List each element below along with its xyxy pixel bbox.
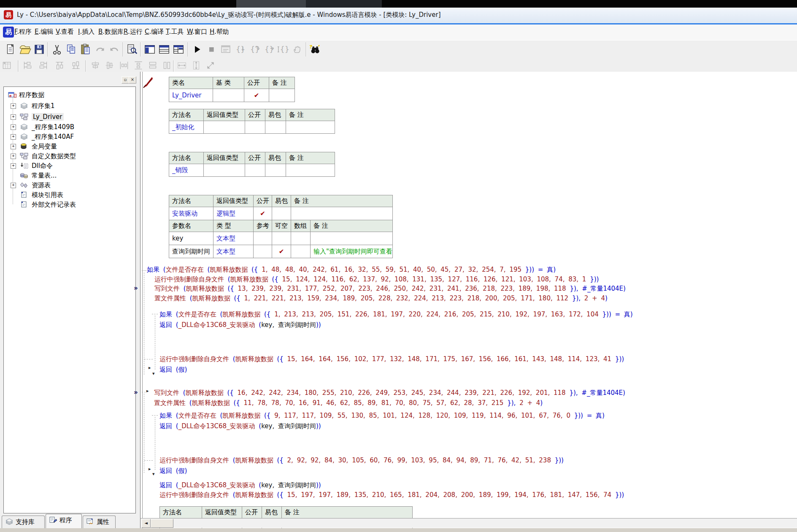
table-cell[interactable] bbox=[254, 232, 272, 245]
toolbar-button-open-file[interactable] bbox=[19, 43, 31, 56]
table-cell[interactable]: Ly_Driver bbox=[169, 89, 213, 102]
table-cell[interactable]: ✔ bbox=[272, 245, 291, 258]
tree-item-Ly_Driver[interactable]: +Ly_Driver bbox=[4, 113, 130, 121]
toolbar-button-layout-grid[interactable] bbox=[172, 43, 185, 56]
bookmark-icon[interactable]: » bbox=[134, 284, 138, 292]
table-cell[interactable] bbox=[291, 232, 311, 245]
table-cell[interactable]: 输入"查询到期时间即可查看 bbox=[311, 245, 393, 258]
toolbar-button-center-horizontal[interactable] bbox=[90, 60, 101, 71]
table-cell[interactable]: 查询到期时间 bbox=[169, 245, 213, 258]
code-line-6[interactable]: 返回 (_DLL命令13C68_安装驱动 (key, 查询到期时间)) bbox=[159, 321, 321, 329]
scrollbar-thumb[interactable] bbox=[151, 519, 173, 528]
toolbar-button-cut[interactable] bbox=[51, 43, 63, 56]
menu-item-C[interactable]: C.编译 bbox=[145, 28, 164, 36]
table-cell[interactable] bbox=[269, 89, 295, 102]
tree-expander-icon[interactable]: + bbox=[11, 154, 16, 159]
menu-item-B[interactable]: B.数据库 bbox=[98, 28, 124, 36]
code-line-14[interactable]: 返回 (假) bbox=[159, 467, 187, 475]
tree-item-Dll命令[interactable]: +Dll命令 bbox=[4, 162, 130, 170]
menu-item-E[interactable]: E.编辑 bbox=[35, 28, 53, 36]
table-cell[interactable]: key bbox=[169, 232, 213, 245]
table-cell[interactable] bbox=[286, 121, 335, 134]
float-panel-button[interactable]: ▫ bbox=[122, 76, 129, 84]
table-cell[interactable] bbox=[272, 207, 291, 220]
toolbar-button-size-width[interactable] bbox=[176, 60, 187, 71]
tree-item-模块引用表[interactable]: 模块引用表 bbox=[4, 191, 130, 199]
table-cell[interactable]: _初始化 bbox=[169, 121, 204, 134]
toolbar-button-pause[interactable] bbox=[291, 43, 304, 56]
table-cell[interactable] bbox=[291, 207, 393, 220]
toolbar-button-space-down[interactable] bbox=[133, 60, 144, 71]
toolbar-button-layout-split-horizontal[interactable] bbox=[158, 43, 170, 56]
tree-item-常量表[interactable]: 常量表... bbox=[4, 171, 130, 180]
toolbar-button-debug-window[interactable] bbox=[219, 43, 232, 56]
menu-item-R[interactable]: R.运行 bbox=[124, 28, 143, 36]
menu-item-W[interactable]: W.窗口 bbox=[187, 28, 207, 36]
toolbar-button-align-right[interactable] bbox=[38, 60, 49, 71]
table-cell[interactable]: ✔ bbox=[244, 89, 269, 102]
panel-tab-支持库[interactable]: 支持库 bbox=[2, 516, 45, 529]
table-cell[interactable] bbox=[291, 245, 311, 258]
code-line-10[interactable]: 置文件属性 (凯斯释放数据 ({ 11, 78, 78, 70, 16, 91,… bbox=[154, 400, 543, 407]
table-cell[interactable] bbox=[204, 164, 245, 177]
code-line-16[interactable]: 运行中强制删除自身文件 (凯斯释放数据 ({ 15, 197, 197, 189… bbox=[159, 491, 624, 499]
table-cell[interactable] bbox=[245, 121, 265, 134]
bookmark-icon[interactable]: » bbox=[134, 389, 138, 396]
toolbar-button-redo[interactable] bbox=[94, 43, 106, 56]
panel-tab-属性[interactable]: 属性 bbox=[83, 516, 116, 529]
code-line-7[interactable]: 运行中强制删除自身文件 (凯斯释放数据 ({ 15, 164, 164, 156… bbox=[159, 356, 624, 363]
table-cell[interactable]: _销毁 bbox=[169, 164, 204, 177]
panel-tab-程序[interactable]: 程序 bbox=[46, 514, 82, 529]
tree-expander-icon[interactable]: + bbox=[11, 124, 16, 130]
table-cell[interactable]: 安装驱动 bbox=[169, 207, 213, 220]
toolbar-button-paste[interactable] bbox=[79, 43, 92, 56]
code-line-12[interactable]: 返回 (_DLL命令13C68_安装驱动 (key, 查询到期时间)) bbox=[159, 423, 321, 430]
toolbar-button-same-height[interactable] bbox=[162, 60, 173, 71]
table-cell[interactable] bbox=[272, 232, 291, 245]
table-cell[interactable] bbox=[213, 89, 244, 102]
tree-item-全局变量[interactable]: +全局变量 bbox=[4, 142, 130, 151]
toolbar-button-same-width[interactable] bbox=[147, 60, 158, 71]
table-cell[interactable] bbox=[204, 121, 245, 134]
code-line-2[interactable]: 运行中强制删除自身文件 (凯斯释放数据 ({ 15, 124, 124, 116… bbox=[154, 276, 599, 283]
table-cell[interactable]: 文本型 bbox=[213, 232, 254, 245]
toolbar-button-step-over[interactable]: {} bbox=[248, 43, 261, 56]
table-cell[interactable]: ✔ bbox=[254, 207, 272, 220]
toolbar-button-layout-split-vertical[interactable] bbox=[143, 43, 156, 56]
menu-item-F[interactable]: F.程序 bbox=[14, 28, 32, 36]
tree-item-_程序集140AF[interactable]: +_程序集140AF bbox=[4, 132, 130, 141]
code-line-4[interactable]: 置文件属性 (凯斯释放数据 ({ 1, 221, 221, 213, 159, … bbox=[154, 295, 608, 302]
toolbar-button-step-into[interactable]: {} bbox=[234, 43, 246, 56]
table-cell[interactable] bbox=[286, 164, 335, 177]
toolbar-button-align-left[interactable] bbox=[22, 60, 33, 71]
toolbar-button-stop[interactable] bbox=[205, 43, 218, 56]
panel-splitter[interactable] bbox=[137, 72, 140, 528]
close-panel-button[interactable]: × bbox=[129, 76, 136, 84]
table-cell[interactable] bbox=[311, 232, 393, 245]
menu-item-V[interactable]: V.查看 bbox=[56, 28, 74, 36]
code-line-1[interactable]: 如果 (文件是否存在 (凯斯释放数据 ({ 1, 48, 48, 40, 242… bbox=[147, 266, 556, 273]
code-line-9[interactable]: 写到文件 (凯斯释放数据 ({ 16, 242, 242, 234, 180, … bbox=[154, 389, 625, 397]
menu-item-T[interactable]: T.工具 bbox=[166, 28, 184, 36]
tree-item-程序集1[interactable]: +程序集1 bbox=[4, 102, 130, 110]
toolbar-button-size-height[interactable] bbox=[191, 60, 202, 71]
table-cell[interactable] bbox=[265, 121, 286, 134]
tree-expander-icon[interactable]: + bbox=[11, 183, 16, 188]
toolbar-button-space-across[interactable] bbox=[119, 60, 130, 71]
tree-expander-icon[interactable]: + bbox=[11, 163, 16, 169]
toolbar-button-form-grid[interactable] bbox=[1, 60, 12, 71]
toolbar-button-help-search[interactable]: ? bbox=[309, 43, 322, 56]
menu-item-H[interactable]: H.帮助 bbox=[210, 28, 229, 36]
tree-item-自定义数据类型[interactable]: +自定义数据类型 bbox=[4, 152, 130, 160]
code-line-11[interactable]: 如果 (文件是否存在 (凯斯释放数据 ({ 9, 117, 117, 109, … bbox=[159, 412, 605, 419]
tree-item-外部文件记录表[interactable]: 外部文件记录表 bbox=[4, 200, 130, 209]
toolbar-button-find[interactable] bbox=[126, 43, 138, 56]
tree-item-资源表[interactable]: +资源表 bbox=[4, 181, 130, 189]
tree-expander-icon[interactable]: + bbox=[11, 134, 16, 140]
code-line-3[interactable]: 写到文件 (凯斯释放数据 ({ 13, 239, 239, 231, 177, … bbox=[154, 285, 626, 292]
toolbar-button-step-out[interactable]: {} bbox=[262, 43, 275, 56]
toolbar-button-new-file[interactable] bbox=[4, 43, 17, 56]
scroll-left-button[interactable]: ◄ bbox=[141, 519, 151, 528]
horizontal-scrollbar[interactable]: ◄ bbox=[140, 518, 797, 528]
table-cell[interactable] bbox=[265, 164, 286, 177]
